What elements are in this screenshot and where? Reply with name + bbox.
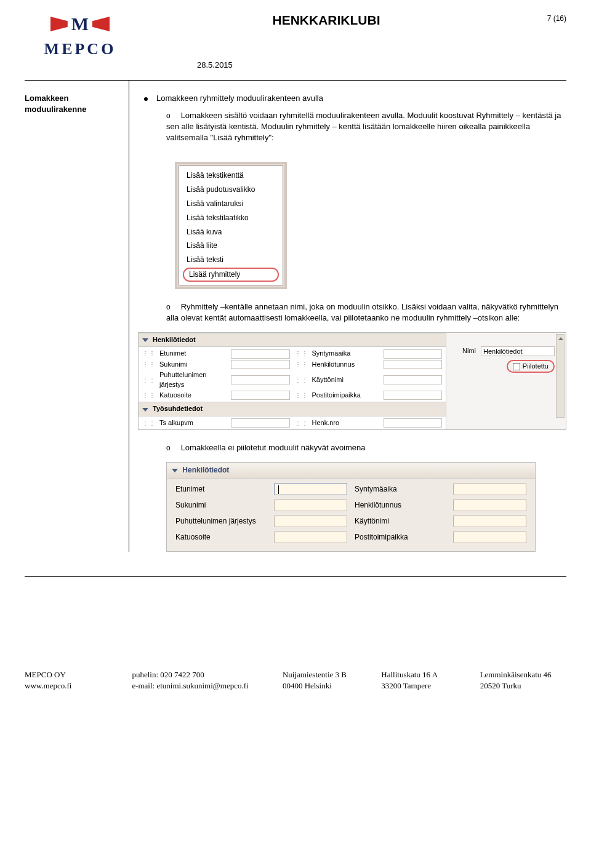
footer-addr1a: Nuijamiestentie 3 B (283, 669, 369, 680)
designer-field-label: Käyttönimi (312, 375, 380, 384)
rf-input[interactable] (453, 483, 526, 495)
designer-group-header[interactable]: Henkilötiedot (139, 333, 446, 347)
result-form-header[interactable]: Henkilötiedot (167, 463, 535, 479)
designer-field-input[interactable] (231, 360, 290, 369)
result-form-screenshot: Henkilötiedot Etunimet Syntymäaika Sukun… (166, 462, 536, 552)
designer-field-input[interactable] (384, 391, 443, 400)
footer-addr1b: 00400 Helsinki (283, 680, 369, 691)
designer-field-label: Syntymäaika (312, 349, 380, 358)
rf-input[interactable] (453, 515, 526, 527)
prop-piilotettu-checkbox[interactable] (513, 363, 520, 370)
footer-company: MEPCO OY (25, 669, 119, 680)
designer-field-label: Ts alkupvm (159, 418, 227, 428)
page-number: 7 (16) (517, 11, 566, 24)
designer-field-input[interactable] (231, 391, 290, 400)
logo-wing-left-icon (50, 17, 68, 31)
rf-input[interactable] (453, 499, 526, 511)
bullet-icon (144, 97, 148, 101)
bullet-main-text: Lomakkeen ryhmittely moduulirakenteen av… (156, 93, 323, 104)
rf-label: Syntymäaika (355, 484, 447, 495)
ctx-item[interactable]: Lisää tekstikenttä (180, 169, 281, 183)
designer-field-input[interactable] (384, 418, 443, 428)
sub-marker: o (166, 111, 179, 121)
chevron-down-icon (142, 338, 148, 342)
scrollbar[interactable] (556, 334, 565, 418)
rf-label: Etunimet (175, 484, 268, 495)
result-form-title: Henkilötiedot (182, 466, 229, 474)
designer-field-input[interactable] (384, 375, 443, 384)
rf-input[interactable] (274, 499, 347, 511)
prop-nimi-label: Nimi (462, 346, 476, 356)
rf-input[interactable] (274, 483, 347, 495)
rf-label: Postitoimipaikka (355, 532, 447, 543)
sidebar-heading-line1: Lomakkeen (25, 93, 123, 104)
footer-addr2b: 33200 Tampere (381, 680, 467, 691)
designer-field-input[interactable] (231, 375, 290, 384)
designer-field-input[interactable] (384, 360, 443, 369)
sub3-text: Lomakkeella ei piilotetut moduulit näkyv… (181, 443, 366, 452)
logo: M MEPCO (25, 11, 135, 60)
rf-input[interactable] (453, 531, 526, 543)
rf-label: Henkilötunnus (355, 500, 447, 511)
designer-field-label: Etunimet (159, 349, 227, 358)
ctx-item[interactable]: Lisää tekstilaatikko (180, 211, 281, 225)
designer-field-input[interactable] (231, 418, 290, 428)
footer-phone: puhelin: 020 7422 700 (132, 669, 270, 680)
footer-addr3b: 20520 Turku (480, 680, 566, 691)
rf-label: Katuosoite (175, 532, 268, 543)
designer-field-label: Henkilötunnus (312, 360, 380, 369)
sub-marker: o (166, 443, 179, 453)
rf-label: Käyttönimi (355, 516, 447, 527)
group2-title: Työsuhdetiedot (153, 405, 203, 412)
sub1-text: Lomakkeen sisältö voidaan ryhmitellä mod… (166, 111, 561, 142)
sub2-text: Ryhmittely –kentälle annetaan nimi, joka… (166, 302, 558, 322)
footer-email: e-mail: etunimi.sukunimi@mepco.fi (132, 680, 270, 691)
sidebar-heading-line2: moduulirakenne (25, 104, 123, 115)
ctx-item[interactable]: Lisää kuva (180, 225, 281, 239)
designer-field-input[interactable] (384, 349, 443, 359)
designer-field-label: Katuosoite (159, 391, 227, 400)
designer-field-label: Postitoimipaikka (312, 391, 380, 400)
footer: MEPCO OY www.mepco.fi puhelin: 020 7422 … (25, 669, 566, 691)
ctx-item[interactable]: Lisää pudotusvalikko (180, 183, 281, 197)
rf-input[interactable] (274, 531, 347, 543)
sub-marker: o (166, 302, 179, 313)
footer-addr3a: Lemminkäisenkatu 46 (480, 669, 566, 680)
logo-wing-right-icon (92, 17, 110, 31)
document-date: 28.5.2015 (135, 60, 233, 71)
ctx-item[interactable]: Lisää teksti (180, 253, 281, 267)
designer-field-label: Puhuttelunimen järjestys (159, 370, 227, 389)
designer-field-label: Sukunimi (159, 360, 227, 369)
designer-group-header[interactable]: Työsuhdetiedot (139, 402, 446, 416)
form-designer-screenshot: Henkilötiedot ⋮⋮Etunimet ⋮⋮Syntymäaika ⋮… (138, 332, 566, 430)
rf-label: Puhuttelunimen järjestys (175, 516, 268, 527)
designer-field-input[interactable] (231, 349, 290, 359)
chevron-down-icon (142, 408, 148, 412)
group1-title: Henkilötiedot (153, 336, 196, 343)
ctx-item[interactable]: Lisää valintaruksi (180, 197, 281, 211)
prop-nimi-input[interactable] (481, 346, 555, 356)
context-menu-screenshot: Lisää tekstikenttä Lisää pudotusvalikko … (175, 162, 287, 289)
ctx-item-highlighted[interactable]: Lisää ryhmittely (183, 268, 279, 282)
prop-piilotettu-label: Piilotettu (523, 362, 549, 371)
designer-field-label: Henk.nro (312, 418, 380, 428)
page-title: HENKKARIKLUBI (273, 11, 380, 29)
logo-m-icon: M (69, 11, 91, 37)
prop-piilotettu-highlight: Piilotettu (507, 360, 555, 373)
footer-addr2a: Hallituskatu 16 A (381, 669, 467, 680)
rf-input[interactable] (274, 515, 347, 527)
rf-label: Sukunimi (175, 500, 268, 511)
footer-website: www.mepco.fi (25, 680, 119, 691)
chevron-down-icon (172, 469, 178, 472)
ctx-item[interactable]: Lisää liite (180, 239, 281, 253)
logo-brand-text: MEPCO (25, 38, 135, 60)
